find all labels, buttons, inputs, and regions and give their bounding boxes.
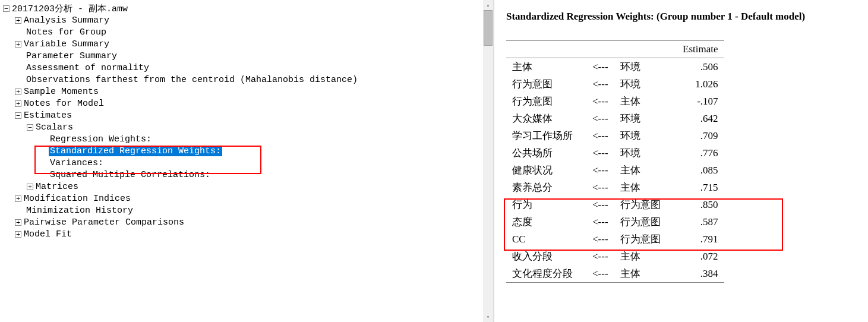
tree-item-label[interactable]: Assessment of normality (25, 63, 150, 73)
tree-item-label[interactable]: Model Fit (23, 229, 73, 239)
tree-panel: − 20171203分析 - 副本.amw +Analysis SummaryN… (0, 0, 493, 322)
tree-item[interactable]: Notes for Group (0, 26, 493, 38)
estimate-cell: .715 (668, 179, 724, 196)
dependent-cell: 行为意图 (506, 75, 586, 93)
tree-item[interactable]: Observations farthest from the centroid … (0, 74, 493, 86)
arrow-cell: <--- (586, 196, 614, 213)
plus-icon[interactable]: + (15, 41, 21, 48)
tree-item[interactable]: +Model Fit (0, 228, 493, 240)
source-cell: 环境 (614, 144, 668, 162)
minus-icon[interactable]: − (3, 5, 10, 12)
estimate-cell: -.107 (668, 93, 724, 110)
estimate-cell: .587 (668, 213, 724, 231)
scroll-up-arrow-icon[interactable]: ▴ (483, 0, 493, 10)
tree-item-label[interactable]: Analysis Summary (23, 15, 111, 26)
estimate-cell: .791 (668, 231, 724, 248)
table-row: CC<---行为意图.791 (506, 231, 724, 248)
tree-item[interactable]: Parameter Summary (0, 50, 493, 62)
table-row: 大众媒体<---环境.642 (506, 110, 724, 127)
tree-item[interactable]: Squared Multiple Correlations: (0, 169, 493, 181)
arrow-cell: <--- (586, 213, 614, 231)
arrow-cell: <--- (586, 93, 614, 110)
dependent-cell: 健康状况 (506, 162, 586, 179)
tree-item-label[interactable]: Pairwise Parameter Comparisons (23, 217, 185, 228)
plus-icon[interactable]: + (15, 100, 21, 107)
arrow-cell: <--- (586, 75, 614, 93)
weights-table: Estimate 主体<---环境.506行为意图<---环境1.026行为意图… (506, 40, 724, 283)
tree-root-label[interactable]: 20171203分析 - 副本.amw (11, 3, 129, 14)
source-cell: 行为意图 (614, 213, 668, 231)
minus-icon[interactable]: − (15, 112, 21, 119)
tree-item[interactable]: Standardized Regression Weights: (0, 145, 493, 157)
arrow-cell: <--- (586, 179, 614, 196)
plus-icon[interactable]: + (15, 231, 21, 238)
scrollbar-thumb[interactable] (484, 10, 493, 46)
estimate-cell: .850 (668, 196, 724, 213)
tree-item[interactable]: Variances: (0, 157, 493, 169)
plus-icon[interactable]: + (15, 17, 21, 24)
dependent-cell: 文化程度分段 (506, 265, 586, 283)
source-cell: 环境 (614, 75, 668, 93)
dependent-cell: 公共场所 (506, 144, 586, 162)
estimate-cell: .506 (668, 58, 724, 76)
plus-icon[interactable]: + (15, 195, 21, 202)
tree-item[interactable]: Minimization History (0, 204, 493, 216)
tree-leaf-spacer (39, 147, 48, 156)
table-row: 行为意图<---环境1.026 (506, 75, 724, 93)
tree-item-label[interactable]: Minimization History (25, 206, 134, 216)
tree-item[interactable]: Assessment of normality (0, 62, 493, 74)
arrow-cell: <--- (586, 110, 614, 127)
content-title: Standardized Regression Weights: (Group … (506, 11, 856, 23)
tree-item-label[interactable]: Squared Multiple Correlations: (49, 170, 212, 180)
arrow-cell: <--- (586, 248, 614, 265)
dependent-cell: CC (506, 231, 586, 248)
source-cell: 环境 (614, 127, 668, 144)
plus-icon[interactable]: + (27, 184, 33, 190)
tree-leaf-spacer (15, 75, 24, 84)
tree-item[interactable]: Regression Weights: (0, 133, 493, 145)
tree-item[interactable]: +Sample Moments (0, 86, 493, 97)
table-row: 素养总分<---主体.715 (506, 179, 724, 196)
scrollbar-vertical[interactable]: ▴ ▾ (483, 0, 493, 322)
tree-item-label[interactable]: Matrices (34, 182, 80, 192)
source-cell: 主体 (614, 93, 668, 110)
arrow-cell: <--- (586, 231, 614, 248)
tree-item-label[interactable]: Scalars (34, 122, 74, 132)
tree-item-label[interactable]: Estimates (23, 111, 73, 121)
tree-item[interactable]: +Pairwise Parameter Comparisons (0, 216, 493, 228)
tree-item[interactable]: +Matrices (0, 181, 493, 192)
arrow-cell: <--- (586, 58, 614, 76)
tree-item-label[interactable]: Observations farthest from the centroid … (25, 75, 359, 85)
source-cell: 环境 (614, 58, 668, 76)
estimate-cell: .085 (668, 162, 724, 179)
estimate-cell: .384 (668, 265, 724, 283)
tree-item-label[interactable]: Regression Weights: (49, 134, 153, 144)
scroll-down-arrow-icon[interactable]: ▾ (483, 312, 493, 322)
tree-leaf-spacer (15, 206, 24, 215)
tree-item-label[interactable]: Parameter Summary (25, 51, 118, 61)
tree-item-label[interactable]: Notes for Model (23, 99, 105, 109)
tree-item[interactable]: −Scalars (0, 121, 493, 133)
tree-item-label[interactable]: Variable Summary (23, 39, 111, 49)
table-row: 收入分段<---主体.072 (506, 248, 724, 265)
minus-icon[interactable]: − (27, 124, 33, 131)
tree-item-label[interactable]: Notes for Group (25, 27, 108, 37)
plus-icon[interactable]: + (15, 219, 21, 226)
tree-item[interactable]: +Modification Indices (0, 192, 493, 204)
source-cell: 主体 (614, 162, 668, 179)
tree-root-row[interactable]: − 20171203分析 - 副本.amw (0, 2, 493, 14)
dependent-cell: 大众媒体 (506, 110, 586, 127)
tree-item[interactable]: −Estimates (0, 109, 493, 121)
tree-item-label[interactable]: Sample Moments (23, 87, 100, 97)
tree-item-label[interactable]: Modification Indices (23, 194, 132, 204)
source-cell: 主体 (614, 248, 668, 265)
tree-item-label[interactable]: Standardized Regression Weights: (49, 146, 222, 156)
tree-item-label[interactable]: Variances: (49, 158, 105, 168)
tree-leaf-spacer (39, 171, 48, 179)
tree-item[interactable]: +Variable Summary (0, 38, 493, 50)
source-cell: 行为意图 (614, 231, 668, 248)
tree-leaf-spacer (15, 64, 24, 72)
plus-icon[interactable]: + (15, 89, 21, 95)
tree-item[interactable]: +Notes for Model (0, 97, 493, 109)
tree-item[interactable]: +Analysis Summary (0, 14, 493, 26)
